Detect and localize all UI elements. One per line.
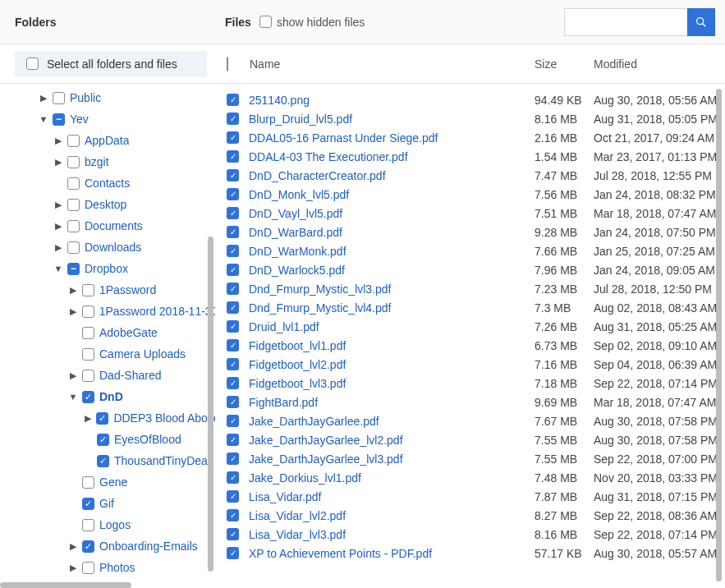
folder-checkbox[interactable]: ✓ [82, 391, 94, 403]
chevron-right-icon[interactable]: ▶ [38, 93, 49, 103]
file-row[interactable]: ✓Blurp_Druid_lvl5.pdf8.16 MBAug 31, 2018… [215, 109, 725, 128]
file-checkbox[interactable]: ✓ [227, 358, 239, 370]
folder-checkbox[interactable] [82, 327, 94, 339]
col-header-name[interactable]: Name [250, 57, 535, 71]
file-row[interactable]: ✓DnD_Vayl_lvl5.pdf7.51 MBMar 18, 2018, 0… [215, 204, 725, 223]
file-checkbox[interactable]: ✓ [227, 339, 239, 351]
tree-item[interactable]: ▼−Yev [0, 108, 215, 130]
tree-item[interactable]: ▶Public [0, 87, 215, 108]
folder-checkbox[interactable]: ✓ [82, 498, 94, 510]
file-name[interactable]: Jake_DarthJayGarlee_lvl3.pdf [249, 452, 535, 466]
search-button[interactable] [687, 8, 715, 36]
file-row[interactable]: ✓Druid_lvl1.pdf7.26 MBAug 31, 2018, 05:2… [215, 317, 725, 336]
file-checkbox[interactable]: ✓ [227, 547, 239, 559]
tree-item[interactable]: ▶✓Onboarding-Emails [0, 535, 215, 557]
file-checkbox[interactable]: ✓ [227, 377, 239, 389]
folder-checkbox[interactable]: ✓ [97, 434, 109, 446]
folder-checkbox[interactable]: − [53, 113, 65, 126]
tree-item[interactable]: ✓ThousandTinyDeatl [0, 450, 215, 471]
file-name[interactable]: Lisa_Vidar_lvl3.pdf [249, 528, 535, 541]
chevron-right-icon[interactable]: ▶ [67, 541, 79, 552]
file-row[interactable]: ✓Fidgetboot_lvl1.pdf6.73 MBSep 02, 2018,… [215, 336, 725, 355]
tree-item[interactable]: ▶✓DDEP3 Blood Above [0, 407, 215, 429]
chevron-right-icon[interactable]: ▶ [53, 200, 64, 210]
file-checkbox[interactable]: ✓ [227, 283, 239, 295]
tree-scrollbar[interactable] [208, 237, 213, 572]
tree-item[interactable]: ▶Desktop [0, 194, 215, 215]
tree-item[interactable]: AdobeGate [0, 322, 215, 343]
file-name[interactable]: DnD_WarMonk.pdf [249, 245, 535, 258]
chevron-right-icon[interactable]: ▶ [53, 157, 64, 168]
file-name[interactable]: DnD_Monk_lvl5.pdf [249, 188, 535, 201]
file-name[interactable]: DnD_CharacterCreator.pdf [249, 169, 535, 182]
tree-item[interactable]: ▶1Password 2018-11-30 [0, 301, 215, 322]
file-checkbox[interactable]: ✓ [227, 320, 239, 333]
file-checkbox[interactable]: ✓ [227, 226, 239, 238]
folder-checkbox[interactable] [82, 305, 94, 318]
file-checkbox[interactable]: ✓ [227, 169, 239, 181]
file-checkbox[interactable]: ✓ [227, 264, 239, 276]
tree-horizontal-scrollbar[interactable] [0, 582, 131, 588]
file-row[interactable]: ✓DnD_WarBard.pdf9.28 MBJan 24, 2018, 07:… [215, 223, 725, 241]
tree-item[interactable]: ▶1Password [0, 279, 215, 301]
tree-item[interactable]: Camera Uploads [0, 343, 215, 365]
chevron-right-icon[interactable]: ▶ [53, 221, 64, 232]
file-checkbox[interactable]: ✓ [227, 528, 239, 540]
file-name[interactable]: DnD_WarBard.pdf [249, 226, 535, 239]
file-row[interactable]: ✓Fidgetboot_lvl3.pdf7.18 MBSep 22, 2018,… [215, 374, 725, 393]
file-name[interactable]: FightBard.pdf [249, 396, 535, 409]
folder-checkbox[interactable]: − [67, 263, 80, 275]
file-checkbox[interactable]: ✓ [227, 471, 239, 484]
file-name[interactable]: Jake_Dorkius_lvl1.pdf [249, 471, 535, 485]
folder-checkbox[interactable]: ✓ [82, 540, 94, 553]
tree-item[interactable]: ▼−Dropbox [0, 258, 215, 279]
folder-checkbox[interactable] [67, 156, 80, 168]
folder-checkbox[interactable] [67, 241, 80, 254]
show-hidden-toggle[interactable]: show hidden files [259, 16, 365, 29]
file-checkbox[interactable]: ✓ [227, 490, 239, 503]
file-scrollbar[interactable] [716, 89, 722, 581]
file-name[interactable]: DDAL05-16 Parnast Under Siege.pdf [249, 131, 535, 145]
file-row[interactable]: ✓251140.png94.49 KBAug 30, 2018, 05:56 A… [215, 90, 725, 109]
file-checkbox[interactable]: ✓ [227, 452, 239, 465]
tree-item[interactable]: ▼✓DnD [0, 386, 215, 407]
tree-item[interactable]: ▶bzgit [0, 151, 215, 172]
folder-checkbox[interactable]: ✓ [97, 455, 109, 467]
file-checkbox[interactable]: ✓ [227, 131, 239, 144]
tree-item[interactable]: ▶Photos [0, 557, 215, 578]
chevron-right-icon[interactable]: ▶ [53, 242, 64, 253]
file-row[interactable]: ✓Fidgetboot_lvl2.pdf7.16 MBSep 04, 2018,… [215, 355, 725, 374]
file-checkbox[interactable]: ✓ [227, 245, 239, 257]
file-row[interactable]: ✓DDAL05-16 Parnast Under Siege.pdf2.16 M… [215, 128, 725, 147]
file-row[interactable]: ✓DnD_WarMonk.pdf7.66 MBJan 25, 2018, 07:… [215, 241, 725, 260]
chevron-right-icon[interactable]: ▶ [67, 563, 79, 573]
tree-item[interactable]: ✓Gif [0, 493, 215, 514]
tree-item[interactable]: Logos [0, 514, 215, 535]
file-name[interactable]: Dnd_Fmurp_Mystic_lvl4.pdf [249, 301, 535, 315]
file-name[interactable]: Lisa_Vidar_lvl2.pdf [249, 509, 535, 522]
col-header-modified[interactable]: Modified [594, 57, 725, 71]
tree-item[interactable]: ▶Downloads [0, 237, 215, 258]
file-row[interactable]: ✓DnD_CharacterCreator.pdf7.47 MBJul 28, … [215, 166, 725, 185]
file-name[interactable]: Dnd_Fmurp_Mystic_lvl3.pdf [249, 283, 535, 296]
tree-item[interactable]: Gene [0, 471, 215, 493]
file-row[interactable]: ✓DnD_Warlock5.pdf7.96 MBJan 24, 2018, 09… [215, 260, 725, 279]
chevron-down-icon[interactable]: ▼ [67, 392, 79, 402]
file-row[interactable]: ✓Lisa_Vidar_lvl2.pdf8.27 MBSep 22, 2018,… [215, 506, 725, 525]
file-name[interactable]: Jake_DarthJayGarlee_lvl2.pdf [249, 434, 535, 447]
select-all-files-checkbox[interactable] [227, 57, 228, 71]
file-checkbox[interactable]: ✓ [227, 301, 239, 314]
chevron-right-icon[interactable]: ▶ [67, 370, 79, 381]
file-row[interactable]: ✓Lisa_Vidar.pdf7.87 MBAug 31, 2018, 07:1… [215, 487, 725, 506]
file-name[interactable]: Fidgetboot_lvl3.pdf [249, 377, 535, 390]
file-name[interactable]: DnD_Warlock5.pdf [249, 264, 535, 277]
folder-checkbox[interactable]: ✓ [96, 412, 108, 425]
file-checkbox[interactable]: ✓ [227, 207, 239, 219]
folder-checkbox[interactable] [82, 476, 94, 489]
file-row[interactable]: ✓Jake_DarthJayGarlee_lvl3.pdf7.55 MBSep … [215, 449, 725, 468]
file-checkbox[interactable]: ✓ [227, 150, 239, 163]
folder-checkbox[interactable] [67, 199, 80, 211]
file-name[interactable]: Fidgetboot_lvl2.pdf [249, 358, 535, 371]
chevron-down-icon[interactable]: ▼ [53, 264, 64, 273]
file-row[interactable]: ✓Jake_Dorkius_lvl1.pdf7.48 MBNov 20, 201… [215, 468, 725, 487]
